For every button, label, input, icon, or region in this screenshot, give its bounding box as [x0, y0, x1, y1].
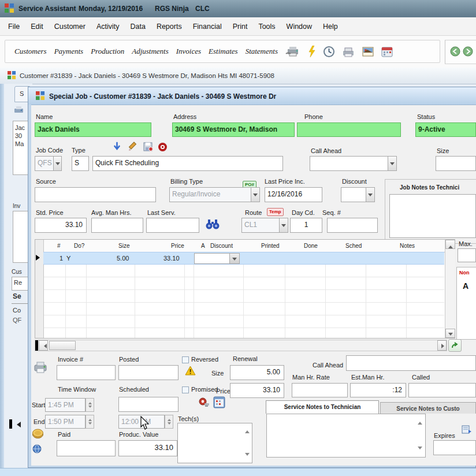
- job-code-field[interactable]: QFS: [35, 156, 54, 171]
- job-notes-tab[interactable]: Job Notes to Technici: [400, 184, 459, 191]
- job-code-dropdown-button[interactable]: [54, 156, 62, 171]
- paid-field[interactable]: [57, 440, 116, 456]
- photo-icon[interactable]: [362, 47, 374, 57]
- call-ahead-dropdown-button[interactable]: [388, 156, 397, 171]
- grid-col-size[interactable]: Size: [118, 242, 129, 250]
- source-field[interactable]: [35, 187, 156, 202]
- menu-financial[interactable]: Financial: [193, 23, 222, 31]
- last-serv-field[interactable]: [146, 218, 199, 233]
- record-nav-first-icon[interactable]: [14, 422, 21, 427]
- printer-hand-icon[interactable]: [285, 46, 300, 57]
- toolbar-payments[interactable]: Payments: [54, 47, 84, 56]
- grid-row-discount-field[interactable]: [194, 253, 230, 264]
- menu-help[interactable]: Help: [323, 23, 338, 31]
- toolbar-production[interactable]: Production: [91, 47, 124, 56]
- toolbar-invoices[interactable]: Invoices: [176, 47, 201, 56]
- price-field[interactable]: 33.10: [230, 383, 284, 398]
- route-field[interactable]: CL1: [241, 218, 280, 233]
- size-field[interactable]: [436, 156, 476, 171]
- bottom-call-ahead-field[interactable]: [346, 355, 476, 371]
- man-hr-rate-field[interactable]: [292, 383, 348, 397]
- grid-col-notes[interactable]: Notes: [400, 242, 415, 250]
- grid-col-printed[interactable]: Printed: [261, 242, 280, 250]
- grid-col-num[interactable]: #: [57, 242, 61, 250]
- clock-icon[interactable]: [323, 46, 334, 57]
- end-time-field[interactable]: 1:50 PM: [45, 415, 85, 429]
- print-invoice-icon[interactable]: [34, 360, 48, 374]
- job-description-field[interactable]: Quick Fit Scheduling: [92, 156, 283, 171]
- grid-selected-row[interactable]: [43, 252, 444, 265]
- grid-col-do[interactable]: Do?: [74, 242, 84, 250]
- techs-scroll-down-icon[interactable]: [245, 453, 250, 458]
- pencil-icon[interactable]: [127, 142, 138, 153]
- start-time-field[interactable]: 1:45 PM: [45, 398, 85, 412]
- green-forward-icon[interactable]: [463, 46, 473, 57]
- globe-icon[interactable]: [32, 444, 42, 453]
- menu-tools[interactable]: Tools: [258, 23, 275, 31]
- grid-col-a[interactable]: A: [201, 242, 205, 250]
- name-field[interactable]: Jack Daniels: [35, 122, 151, 137]
- grid-col-price[interactable]: Price: [171, 242, 184, 250]
- reversed-checkbox[interactable]: [182, 356, 189, 363]
- record-icon[interactable]: [157, 142, 168, 153]
- service-notes-textarea[interactable]: [266, 414, 426, 458]
- tab-service-notes-customer[interactable]: Service Notes to Custo: [380, 402, 476, 414]
- scheduled-field[interactable]: [118, 397, 178, 412]
- record-nav-bar[interactable]: [9, 419, 12, 429]
- toolbar-adjustments[interactable]: Adjustments: [132, 47, 169, 56]
- menu-customer[interactable]: Customer: [54, 23, 85, 31]
- phone-field[interactable]: [297, 122, 401, 137]
- grid-col-done[interactable]: Done: [304, 242, 318, 250]
- binoculars-icon[interactable]: [206, 218, 220, 230]
- promise-time-spinner[interactable]: [165, 415, 173, 429]
- billing-type-dropdown-button[interactable]: [251, 187, 260, 202]
- menu-print[interactable]: Print: [233, 23, 248, 31]
- discount-dropdown-button[interactable]: [366, 187, 375, 202]
- download-arrow-icon[interactable]: [111, 142, 122, 153]
- last-price-field[interactable]: 12/16/2016: [265, 187, 322, 202]
- calendar-icon[interactable]: [381, 46, 393, 57]
- promised-checkbox[interactable]: [182, 386, 189, 393]
- expires-field[interactable]: [433, 440, 476, 455]
- end-time-spinner[interactable]: [85, 415, 94, 429]
- techs-scroll-up-icon[interactable]: [245, 428, 250, 433]
- route-dropdown-button[interactable]: [280, 218, 288, 233]
- toolbar-estimates[interactable]: Estimates: [209, 47, 238, 56]
- green-back-icon[interactable]: [450, 46, 460, 57]
- grid-hscrollbar[interactable]: [35, 340, 447, 351]
- schedule-calendar-icon[interactable]: [213, 396, 225, 408]
- grid-body[interactable]: [43, 252, 444, 338]
- copier-icon[interactable]: [342, 46, 355, 57]
- document-icon[interactable]: [461, 425, 472, 434]
- discount-field[interactable]: [341, 187, 366, 202]
- billing-type-field[interactable]: Regular/Invoice: [169, 187, 251, 202]
- grid-vscrollbar[interactable]: [445, 240, 455, 338]
- invoice-field[interactable]: [57, 365, 116, 380]
- produc-value-field[interactable]: 33.10: [118, 440, 177, 456]
- called-field[interactable]: [408, 383, 476, 397]
- address-field[interactable]: 30469 S Westmore Dr, Madison: [172, 122, 295, 137]
- menu-window[interactable]: Window: [287, 23, 312, 31]
- est-man-hr-field[interactable]: :12: [350, 383, 406, 397]
- menu-file[interactable]: File: [8, 23, 20, 31]
- type-field[interactable]: S: [72, 156, 89, 171]
- grid-vscroll-up-button[interactable]: [445, 240, 455, 249]
- notes-scroll-down-icon[interactable]: [418, 447, 422, 452]
- seq-field[interactable]: [327, 218, 378, 233]
- menu-edit[interactable]: Edit: [31, 23, 43, 31]
- lightning-icon[interactable]: [308, 46, 316, 57]
- grid-col-discount[interactable]: Discount: [210, 242, 233, 250]
- tab-service-notes-technician[interactable]: Service Notes to Technician: [266, 400, 379, 414]
- hscroll-thumb[interactable]: [49, 341, 76, 350]
- call-ahead-combo-field[interactable]: [310, 156, 388, 171]
- notes-scroll-up-icon[interactable]: [418, 419, 422, 425]
- save-icon[interactable]: [143, 142, 154, 153]
- posted-field[interactable]: [118, 365, 178, 380]
- day-cd-field[interactable]: 1: [290, 218, 322, 233]
- max-field[interactable]: [458, 248, 476, 262]
- grid-vscroll-down-button[interactable]: [445, 329, 455, 338]
- toolbar-statements[interactable]: Statements: [246, 47, 278, 56]
- splitter-bar[interactable]: [35, 340, 38, 351]
- hscroll-right-button[interactable]: [437, 340, 447, 351]
- row-nav-button[interactable]: [448, 339, 462, 352]
